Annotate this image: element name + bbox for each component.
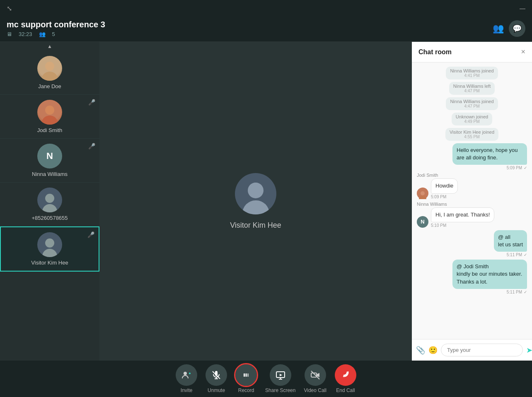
sender-jodi: Jodi Smith [417,173,438,178]
compress-icon[interactable]: ⤡ [7,5,12,12]
chat-input[interactable] [441,344,523,356]
minimize-icon[interactable]: — [520,5,525,12]
main-content: ▲ Jane Doe 🎤 Jodi Smith [0,42,532,361]
mic-active-icon-ninna: 🎤 [88,143,95,149]
msg-self-1: Hello everyone, hope you are all doing f… [417,143,527,170]
share-screen-label: Share Screen [265,387,295,393]
participant-ninna-williams[interactable]: 🎤 N Ninna Williams [0,139,99,183]
participant-phone[interactable]: +85260578655 [0,183,99,226]
chat-input-area: 📎 🙂 ➤ [412,339,532,361]
avatar-jane-doe [37,56,62,81]
main-video-avatar [235,173,276,214]
header: mc support conference 3 🖥 32:23 👥 5 👥 💬 [0,17,532,42]
record-button[interactable]: Record [235,364,257,393]
time-ninna: 5:10 PM [431,223,446,228]
header-icons: 👥 💬 [493,20,525,37]
chat-header: Chat room × [412,42,532,63]
avatar-msg-jodi [417,188,428,199]
avatar-msg-ninna: N [417,216,428,228]
avatar-jodi-smith [37,100,62,125]
main-video-area: Visitor Kim Hee [99,42,412,361]
bottom-toolbar: Invite Unmute Record [0,361,532,397]
invite-label: Invite [181,387,193,393]
time-jodi: 5:09 PM [431,195,446,199]
participants-button[interactable]: 👥 [493,23,504,34]
time-self-1: 5:09 PM [507,166,522,170]
chat-panel: Chat room × Ninna Williams joined4:41 PM… [412,42,532,361]
msg-jodi-1: Jodi Smith Howdie 5:09 PM [417,173,527,199]
unmute-icon [206,364,227,386]
name-jodi-smith: Jodi Smith [37,127,63,133]
main-avatar-head [248,183,264,198]
screen-icon: 🖥 [7,31,12,37]
svg-rect-10 [248,373,249,377]
sender-ninna: Ninna Williams [417,202,447,207]
svg-marker-14 [280,374,282,376]
avatar-visitor-kim-hee [37,232,62,257]
bubble-self-1: Hello everyone, hope you are all doing f… [452,143,527,165]
msg-self-3: @ Jodi Smithkindly be our minutes taker.… [417,260,527,294]
scroll-up-indicator: ▲ [0,42,99,51]
participant-jodi-smith[interactable]: 🎤 Jodi Smith [0,95,99,139]
svg-rect-8 [246,373,247,377]
svg-point-0 [184,372,187,375]
system-msg-1: Ninna Williams joined4:41 PM [446,67,498,79]
end-call-label: End Call [336,387,355,393]
name-phone: +85260578655 [31,215,68,221]
system-msg-4: Unknown joined4:49 PM [452,113,492,125]
top-bar: ⤡ — [0,0,532,17]
check-self-3: ✓ [524,290,527,294]
end-call-button[interactable]: End Call [335,364,356,393]
msg-ninna-1: Ninna Williams N Hi, I am great. Thanks!… [417,202,527,228]
bubble-self-2: @ alllet us start [494,230,527,252]
bubble-ninna: Hi, I am great. Thanks! [431,207,494,222]
bubble-self-3: @ Jodi Smithkindly be our minutes taker.… [452,260,527,289]
person-silhouette-phone [37,188,62,212]
duration: 32:23 [19,31,32,37]
mic-muted-icon-jodi: 🎤 [88,99,95,106]
name-ninna-williams: Ninna Williams [32,171,68,177]
attachment-button[interactable]: 📎 [416,346,425,355]
msg-self-2: @ alllet us start 5:11 PM ✓ [417,230,527,257]
main-video-name: Visitor Kim Hee [230,221,281,230]
name-visitor-kim-hee: Visitor Kim Hee [31,260,68,266]
share-screen-icon [270,364,291,386]
svg-rect-7 [244,373,245,377]
avatar-ninna-williams: N [37,144,62,168]
video-call-icon [305,364,326,386]
record-icon [235,364,257,386]
svg-rect-9 [247,373,248,377]
unmute-button[interactable]: Unmute [206,364,227,393]
system-msg-2: Ninna Williams left4:47 PM [449,82,495,95]
video-call-button[interactable]: Video Call [304,364,326,393]
participants-icon: 👥 [39,31,46,37]
participant-jane-doe[interactable]: Jane Doe [0,51,99,95]
top-bar-left: ⤡ [7,5,12,12]
emoji-button[interactable]: 🙂 [428,346,438,355]
record-label: Record [238,387,254,393]
send-button[interactable]: ➤ [526,346,532,355]
system-msg-5: Visitor Kim Hee joined4:55 PM [445,128,498,141]
bubble-jodi: Howdie [431,178,458,193]
time-self-3: 5:11 PM [507,290,522,294]
avatar-phone [37,188,62,212]
participant-visitor-kim-hee[interactable]: 🎤 Visitor Kim Hee [0,226,99,272]
video-call-label: Video Call [304,387,326,393]
chat-toggle-button[interactable]: 💬 [509,20,525,37]
participants-count: 5 [52,31,55,37]
chat-close-button[interactable]: × [521,48,525,56]
check-self-1: ✓ [524,166,527,170]
chat-messages: Ninna Williams joined4:41 PM Ninna Willi… [412,63,532,339]
main-avatar-body [242,200,269,214]
top-bar-right: — [520,5,525,12]
unmute-label: Unmute [208,387,225,393]
mic-active-icon-visitor: 🎤 [87,231,94,238]
invite-button[interactable]: Invite [176,364,197,393]
chat-title: Chat room [418,48,452,56]
end-call-icon [335,364,356,386]
person-silhouette-visitor [37,232,62,257]
conference-title: mc support conference 3 [7,20,105,29]
share-screen-button[interactable]: Share Screen [265,364,295,393]
conference-meta: 🖥 32:23 👥 5 [7,31,105,37]
system-msg-3: Ninna Williams joined4:47 PM [446,97,498,110]
